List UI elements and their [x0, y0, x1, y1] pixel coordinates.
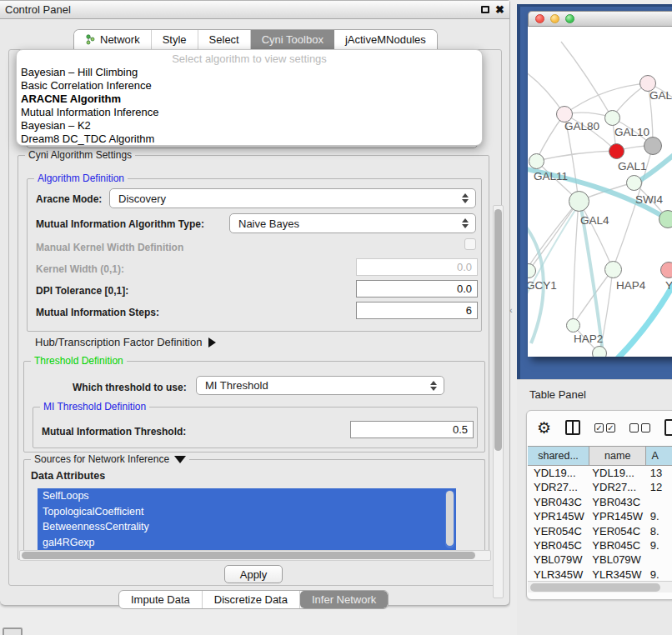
network-window: GAL GAL80 GAL10 GAL1 GAL11 SWI4 GAL4 GCY… — [528, 11, 672, 357]
network-view-frame: GAL GAL80 GAL10 GAL1 GAL11 SWI4 GAL4 GCY… — [517, 4, 672, 379]
collapsed-arrow-icon — [208, 338, 216, 348]
manual-kernel-checkbox[interactable] — [464, 238, 476, 250]
mi-threshold-field[interactable]: 0.5 — [350, 421, 474, 438]
node-label: GAL11 — [534, 170, 568, 182]
node-table: ⚙ ✓✓ shared... name A YDL19...YDL19...13… — [526, 410, 672, 600]
mac-minimize-button[interactable] — [550, 14, 559, 23]
dropdown-item[interactable]: Mutual Information Inference — [17, 106, 482, 119]
node-gray[interactable] — [644, 137, 662, 155]
network-window-titlebar[interactable] — [528, 11, 672, 27]
table-row[interactable]: YER054CYER054C8. — [528, 525, 672, 539]
control-panel-tabstrip: Network Style Select Cyni Toolbox jActiv… — [73, 29, 438, 49]
dropdown-item[interactable]: Basic Correlation Inference — [17, 79, 482, 92]
tab-label: jActiveMNodules — [345, 33, 426, 46]
kernel-width-field[interactable]: 0.0 — [356, 258, 478, 276]
node-label: Y — [665, 279, 672, 292]
dpi-tolerance-field[interactable]: 0.0 — [356, 280, 478, 298]
deselect-all-icon[interactable] — [629, 423, 650, 432]
select-all-icon[interactable]: ✓✓ — [594, 423, 615, 432]
table-panel-title: Table Panel — [529, 388, 586, 401]
dropdown-item[interactable]: Bayesian – Hill Climbing — [17, 66, 482, 79]
document-icon[interactable] — [664, 419, 672, 436]
cell: YDR27... — [528, 481, 589, 495]
node-bottom[interactable] — [592, 346, 607, 357]
node-label: GAL — [649, 89, 672, 102]
algorithm-definition-group: Algorithm Definition Aracne Mode: Discov… — [27, 178, 482, 332]
kernel-width-label: Kernel Width (0,1): — [36, 263, 124, 275]
tab-impute-data[interactable]: Impute Data — [119, 591, 203, 608]
mi-threshold-value: 0.5 — [453, 423, 468, 436]
data-attributes-label: Data Attributes — [31, 470, 105, 482]
cell: YPR145W — [528, 510, 589, 524]
gear-icon[interactable]: ⚙ — [537, 420, 551, 436]
tab-cyni-toolbox[interactable]: Cyni Toolbox — [251, 30, 334, 49]
column-chooser-icon[interactable] — [565, 420, 580, 435]
float-window-icon[interactable] — [481, 6, 489, 13]
tab-infer-network[interactable]: Infer Network — [300, 591, 388, 608]
table-row[interactable]: YBR043CYBR043C — [528, 496, 672, 510]
column-header-shared-name[interactable]: shared... — [528, 447, 589, 465]
mi-type-label: Mutual Information Algorithm Type: — [36, 218, 204, 230]
attribute-item[interactable]: BetweennessCentrality — [38, 519, 456, 535]
tab-jactivemnodules[interactable]: jActiveMNodules — [334, 30, 437, 49]
panel-splitter[interactable] — [510, 0, 517, 635]
scrollbar-thumb[interactable] — [530, 583, 660, 592]
mac-zoom-button[interactable] — [565, 14, 574, 23]
group-title: Threshold Definition — [31, 355, 127, 367]
docked-mini-window-icon[interactable] — [3, 628, 23, 635]
which-threshold-value: MI Threshold — [205, 379, 268, 392]
node-green-right[interactable] — [659, 210, 672, 228]
aracne-mode-value: Discovery — [118, 192, 166, 205]
attribute-item[interactable]: SelfLoops — [38, 488, 456, 504]
table-row[interactable]: YBR045CYBR045C9. — [528, 539, 672, 553]
mac-close-button[interactable] — [535, 14, 544, 23]
node-hap4[interactable] — [604, 261, 622, 278]
scrollbar-thumb[interactable] — [494, 209, 502, 451]
node-label: GCY1 — [528, 279, 557, 292]
node-gal11[interactable] — [529, 153, 544, 169]
table-row[interactable]: YDR27...YDR27...12 — [528, 481, 672, 495]
dropdown-item[interactable]: Dream8 DC_TDC Algorithm — [17, 132, 482, 146]
attribute-list-scrollbar[interactable] — [445, 490, 454, 548]
mi-type-combobox[interactable]: Naive Bayes — [229, 213, 476, 233]
node-label: GAL1 — [618, 160, 647, 172]
node-pink-right[interactable] — [660, 262, 672, 278]
dropdown-item-selected[interactable]: ARACNE Algorithm — [17, 92, 482, 106]
cell: YBL079W — [528, 553, 589, 568]
table-horizontal-scrollbar[interactable] — [528, 581, 672, 592]
aracne-mode-combobox[interactable]: Discovery — [109, 188, 476, 208]
node-gal10[interactable] — [604, 110, 620, 126]
tab-discretize-data[interactable]: Discretize Data — [203, 591, 300, 608]
table-row[interactable]: YLR345WYLR345W9. — [528, 568, 672, 580]
tab-style[interactable]: Style — [152, 30, 198, 49]
settings-vertical-scrollbar[interactable] — [493, 205, 504, 598]
node-label: HAP4 — [616, 279, 645, 292]
mi-steps-field[interactable]: 6 — [356, 302, 478, 319]
control-panel-titlebar: Control Panel ✖ — [0, 1, 509, 19]
attribute-item[interactable]: gal4RGexp — [38, 535, 456, 551]
hub-definition-toggle[interactable]: Hub/Transcription Factor Definition — [35, 336, 216, 348]
column-header-partial[interactable]: A — [646, 447, 672, 465]
network-canvas[interactable]: GAL GAL80 GAL10 GAL1 GAL11 SWI4 GAL4 GCY… — [528, 27, 672, 357]
table-row[interactable]: YPR145WYPR145W9. — [528, 510, 672, 524]
node-hap2[interactable] — [566, 318, 580, 332]
settings-horizontal-scrollbar[interactable] — [19, 550, 491, 561]
scrollbar-thumb[interactable] — [22, 552, 475, 559]
table-row[interactable]: YDL19...YDL19...13 — [528, 467, 672, 481]
table-row[interactable]: YBL079WYBL079W — [528, 553, 672, 568]
close-icon[interactable]: ✖ — [495, 6, 504, 14]
table-panel: Table Panel ⚙ ✓✓ shared... name A YDL19.… — [517, 379, 672, 635]
attribute-item[interactable]: TopologicalCoefficient — [38, 504, 456, 520]
tab-network[interactable]: Network — [74, 30, 152, 49]
node-gal4[interactable] — [569, 191, 589, 212]
tab-select[interactable]: Select — [198, 30, 251, 49]
dropdown-item[interactable]: Bayesian – K2 — [17, 119, 482, 132]
column-header-name[interactable]: name — [589, 447, 646, 465]
node-label: GAL80 — [564, 120, 599, 132]
which-threshold-combobox[interactable]: MI Threshold — [196, 376, 444, 395]
apply-button[interactable]: Apply — [224, 565, 283, 583]
node-swi4[interactable] — [626, 175, 642, 191]
node-gal1[interactable] — [609, 143, 624, 159]
node-label: HAP2 — [574, 332, 603, 345]
splitter-collapse-icon[interactable]: ‹ — [509, 305, 513, 315]
